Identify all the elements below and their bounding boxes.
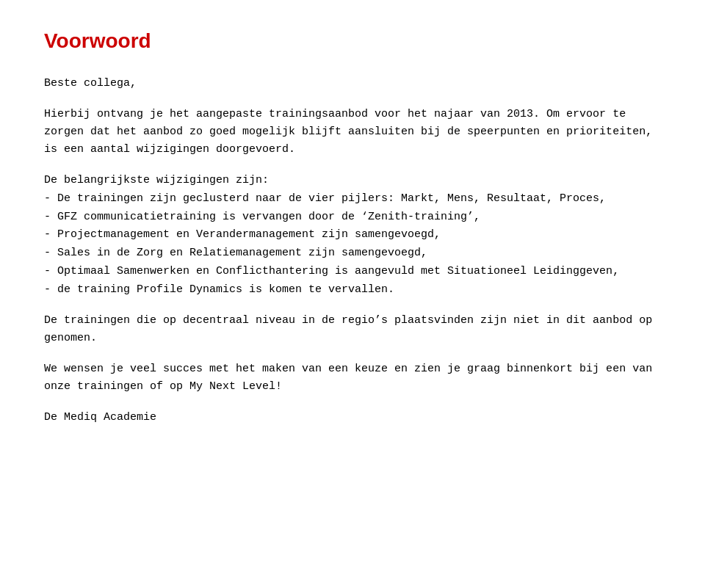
greeting-text: Beste collega,: [44, 75, 661, 92]
bullet-1: - De trainingen zijn geclusterd naar de …: [44, 190, 661, 208]
bullet-5: - Optimaal Samenwerken en Conflicthanter…: [44, 263, 661, 281]
changes-section: De belangrijkste wijzigingen zijn: - De …: [44, 172, 661, 299]
bullet-2: - GFZ communicatietraining is vervangen …: [44, 208, 661, 227]
intro-text: Hierbij ontvang je het aangepaste traini…: [44, 106, 661, 159]
bullet-3: - Projectmanagement en Verandermanagemen…: [44, 226, 661, 244]
page-title: Voorwoord: [44, 29, 661, 53]
bullet-4: - Sales in de Zorg en Relatiemanagement …: [44, 244, 661, 263]
bullet-6: - de training Profile Dynamics is komen …: [44, 281, 661, 300]
changes-intro-text: De belangrijkste wijzigingen zijn:: [44, 172, 661, 190]
signature-text: De Mediq Academie: [44, 409, 661, 427]
regional-text: De trainingen die op decentraal niveau i…: [44, 312, 661, 347]
closing-text: We wensen je veel succes met het maken v…: [44, 360, 661, 396]
